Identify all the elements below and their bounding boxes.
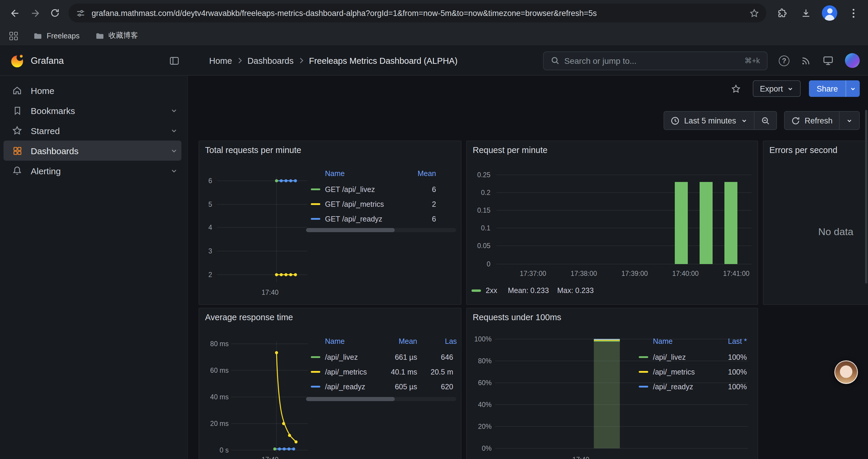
favorite-dashboard-button[interactable]: [731, 84, 741, 94]
legend-header-last[interactable]: Las: [445, 337, 457, 346]
panel-title[interactable]: Request per minute: [473, 145, 548, 155]
legend-scrollbar[interactable]: [306, 228, 456, 232]
y-tick: 80 ms: [199, 340, 229, 347]
series-name[interactable]: /api/_livez: [653, 353, 686, 361]
site-settings-icon[interactable]: [75, 8, 86, 18]
help-button[interactable]: ?: [779, 55, 789, 66]
legend-header-name[interactable]: Name: [653, 337, 673, 346]
kiosk-button[interactable]: [823, 55, 834, 66]
browser-menu-button[interactable]: [843, 3, 863, 23]
series-last: 100%: [688, 383, 747, 391]
breadcrumb-home[interactable]: Home: [209, 56, 232, 65]
breadcrumb-dashboards[interactable]: Dashboards: [247, 56, 293, 65]
apps-grid-icon[interactable]: [9, 32, 18, 40]
search-input[interactable]: Search or jump to... ⌘+k: [543, 51, 768, 70]
scrollbar-thumb[interactable]: [306, 228, 395, 232]
legend-row[interactable]: /api/_readyz 605 µs 620: [306, 379, 458, 394]
sidebar-item-dashboards[interactable]: Dashboards: [4, 140, 181, 161]
assistant-avatar[interactable]: [834, 360, 858, 384]
legend-row[interactable]: /api/_metrics 40.1 ms 20.5 m: [306, 364, 458, 379]
profile-button[interactable]: [819, 3, 840, 23]
panel-collapse-icon: [169, 55, 180, 66]
legend-row[interactable]: /api/_metrics 100%: [634, 364, 747, 379]
legend-row[interactable]: GET /api/_livez 6: [306, 182, 456, 197]
request-per-minute-chart[interactable]: [496, 171, 752, 266]
sidebar-item-label: Home: [31, 85, 54, 95]
downloads-button[interactable]: [796, 3, 816, 23]
home-icon: [11, 85, 24, 96]
sidebar-item-home[interactable]: Home: [4, 80, 181, 100]
y-tick: 40 ms: [199, 393, 229, 400]
chevron-down-icon: [741, 117, 747, 124]
bookmark-icon: [11, 105, 24, 116]
back-button[interactable]: [5, 3, 25, 23]
time-range-button[interactable]: Last 5 minutes: [664, 112, 754, 129]
legend-header-name[interactable]: Name: [325, 169, 345, 178]
legend-header-last[interactable]: Last *: [688, 337, 747, 346]
address-bar[interactable]: grafana.mathmast.com/d/deytv4rwavabkb/fr…: [68, 4, 766, 23]
series-name[interactable]: GET /api/_metrics: [325, 200, 384, 208]
series-mean-stat: Mean: 0.233: [508, 287, 549, 295]
scrollbar-thumb[interactable]: [306, 397, 395, 401]
legend-scrollbar[interactable]: [306, 397, 456, 401]
series-name[interactable]: /api/_livez: [325, 353, 358, 361]
series-name[interactable]: /api/_metrics: [325, 368, 367, 376]
sidebar-item-label: Bookmarks: [31, 105, 75, 116]
series-name[interactable]: /api/_readyz: [325, 383, 365, 391]
sidebar-item-alerting[interactable]: Alerting: [4, 161, 181, 181]
panel-title[interactable]: Requests under 100ms: [473, 313, 561, 322]
legend-row[interactable]: GET /api/_readyz 6: [306, 211, 456, 226]
legend-row[interactable]: /api/_readyz 100%: [634, 379, 747, 394]
legend-header-name[interactable]: Name: [325, 337, 345, 346]
average-response-time-chart[interactable]: [231, 339, 308, 455]
legend-row[interactable]: /api/_livez 661 µs 646: [306, 350, 458, 364]
series-name[interactable]: 2xx: [486, 287, 497, 295]
series-name[interactable]: GET /api/_livez: [325, 185, 375, 193]
legend-header-mean[interactable]: Mean: [376, 337, 417, 346]
reload-button[interactable]: [45, 3, 65, 23]
panel-title[interactable]: Total requests per minute: [205, 145, 301, 155]
sidebar-item-bookmarks[interactable]: Bookmarks: [4, 100, 181, 121]
total-requests-chart[interactable]: [216, 174, 307, 286]
panel-title[interactable]: Average response time: [205, 313, 293, 322]
brand-name[interactable]: Grafana: [31, 55, 64, 66]
legend-stats-row[interactable]: 2xx Mean: 0.233 Max: 0.233: [471, 285, 594, 297]
export-button[interactable]: Export: [753, 80, 801, 97]
url-text[interactable]: grafana.mathmast.com/d/deytv4rwavabkb/fr…: [92, 8, 749, 18]
series-mean: 661 µs: [376, 353, 417, 361]
chevron-down-icon[interactable]: [170, 147, 178, 155]
chevron-down-icon[interactable]: [170, 127, 178, 134]
series-last: 100%: [688, 353, 747, 361]
x-tick: 17:38:00: [570, 270, 597, 277]
series-name[interactable]: GET /api/_readyz: [325, 215, 382, 223]
sidebar-item-starred[interactable]: Starred: [4, 121, 181, 140]
extensions-button[interactable]: [772, 3, 793, 23]
dashboards-grid-icon: [11, 145, 24, 156]
bookmark-star-icon[interactable]: [749, 8, 759, 18]
user-avatar[interactable]: [845, 53, 860, 68]
share-button[interactable]: Share: [809, 80, 845, 97]
grafana-logo[interactable]: [9, 53, 25, 68]
chevron-down-icon[interactable]: [170, 107, 178, 114]
sidebar: Home Bookmarks Starred Dashboards Alerti…: [0, 76, 188, 459]
bookmark-folder-blog[interactable]: 收藏博客: [95, 31, 138, 41]
sidebar-toggle-button[interactable]: [169, 55, 180, 66]
y-tick: 0.25: [467, 171, 490, 178]
zoom-out-button[interactable]: [754, 112, 776, 129]
series-name[interactable]: /api/_readyz: [653, 383, 693, 391]
forward-button[interactable]: [25, 3, 45, 23]
share-menu-button[interactable]: [845, 80, 860, 97]
legend-header-mean[interactable]: Mean: [417, 169, 436, 178]
panel-title[interactable]: Errors per second: [769, 145, 838, 155]
series-mean: 2: [432, 200, 436, 208]
legend-row[interactable]: GET /api/_metrics 2: [306, 197, 456, 211]
legend-row[interactable]: /api/_livez 100%: [634, 350, 747, 364]
news-button[interactable]: [801, 55, 811, 66]
refresh-button[interactable]: Refresh: [784, 112, 839, 129]
series-last: 646: [424, 353, 453, 361]
chevron-down-icon[interactable]: [170, 167, 178, 174]
refresh-interval-button[interactable]: [839, 112, 859, 129]
bookmark-folder-freeleaps[interactable]: Freeleaps: [33, 31, 80, 40]
page-scrollbar[interactable]: [865, 110, 867, 284]
series-swatch-yellow: [311, 203, 320, 205]
